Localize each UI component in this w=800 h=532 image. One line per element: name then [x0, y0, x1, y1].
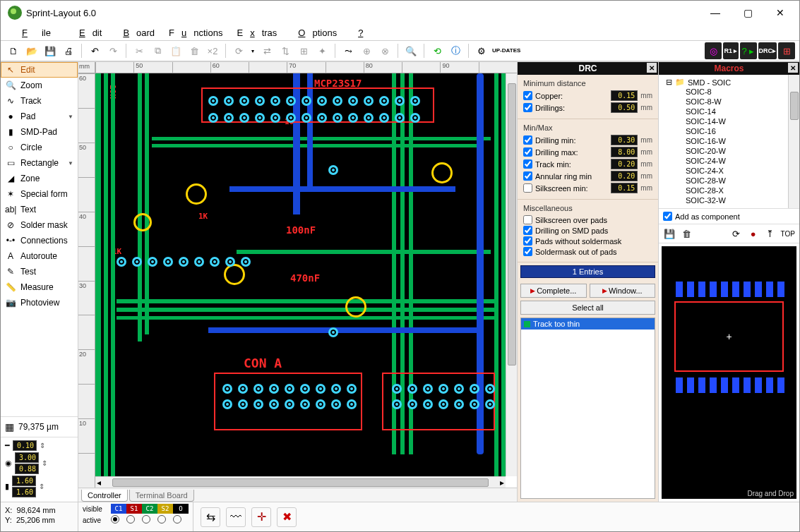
tree-scrollbar[interactable] — [788, 75, 799, 208]
tab-controller[interactable]: Controller — [81, 490, 128, 502]
layer-radio-c2[interactable] — [142, 515, 150, 524]
macro-tree[interactable]: ⊟📁SMD - SOIC SOIC-8SOIC-8-WSOIC-14SOIC-1… — [659, 75, 799, 208]
stepper-icon[interactable]: ⇕ — [40, 442, 45, 449]
components-button[interactable]: R1 ▸ — [723, 42, 738, 59]
drc-window-button[interactable]: Window... — [590, 284, 656, 298]
layer-swatch-c1[interactable]: C1 — [111, 504, 126, 514]
layer-swatch-c2[interactable]: C2 — [142, 504, 157, 514]
maximize-button[interactable]: ▢ — [732, 3, 764, 23]
info-button[interactable]: ⓘ — [447, 42, 464, 59]
tool-zone[interactable]: ◢Zone — [1, 171, 78, 186]
add-as-component-check[interactable] — [663, 212, 672, 221]
menu-board[interactable]: Board — [109, 26, 162, 40]
drc-drillings-value[interactable]: 0.50 — [611, 102, 638, 113]
macro-delete-button[interactable]: 🗑 — [680, 227, 693, 240]
dropdown-icon[interactable]: ▼ — [68, 160, 73, 167]
stepper-icon[interactable]: ⇕ — [39, 483, 44, 490]
drc-silkmin-value[interactable]: 0.15 — [611, 183, 638, 193]
menu-extras[interactable]: Extras — [229, 26, 284, 40]
macro-soic-24-x[interactable]: SOIC-24-X — [662, 166, 796, 176]
layer-swatch-s2[interactable]: S2 — [157, 504, 173, 514]
crosshair-button[interactable]: ✛ — [251, 507, 271, 527]
pcb-canvas[interactable]: MCP23S17 100nF 470nF CON A 1K 1K 10K 10K — [95, 73, 506, 476]
macro-rotate-button[interactable]: ⟳ — [730, 227, 743, 240]
macro-soic-14[interactable]: SOIC-14 — [662, 107, 796, 116]
tool-smd-pad[interactable]: ▮SMD-Pad — [1, 124, 78, 140]
drc-drillmax-check[interactable] — [523, 147, 532, 157]
macro-record-icon[interactable]: ● — [747, 227, 760, 240]
drc-drillings-check[interactable] — [523, 103, 532, 112]
track-width-value[interactable]: 0.10 — [13, 440, 37, 451]
macro-soic-16[interactable]: SOIC-16 — [662, 126, 796, 136]
drc-drill-smd-check[interactable] — [523, 226, 532, 235]
tool-special-form[interactable]: ✶Special form — [1, 186, 78, 202]
mirror-h-button[interactable]: ⇄ — [258, 42, 275, 59]
drc-annular-value[interactable]: 0.20 — [611, 171, 638, 181]
layer-radio-s1[interactable] — [126, 515, 135, 524]
open-file-button[interactable]: 📂 — [23, 42, 40, 59]
snap-button[interactable]: ✦ — [314, 42, 330, 59]
drc-error-list[interactable]: Track too thin — [520, 318, 655, 499]
tree-root-label[interactable]: SMD - SOIC — [688, 78, 731, 87]
drc-complete-button[interactable]: Complete... — [520, 284, 587, 298]
duplicate-button[interactable]: ×2 — [204, 42, 221, 59]
macro-soic-16-w[interactable]: SOIC-16-W — [662, 136, 796, 146]
delete-button[interactable]: 🗑 — [186, 42, 203, 59]
gear-icon[interactable]: ⚙ — [473, 42, 490, 59]
drc-trackmin-value[interactable]: 0.20 — [611, 159, 638, 169]
macro-soic-8[interactable]: SOIC-8 — [662, 87, 796, 97]
smd-h-value[interactable]: 1.60 — [12, 487, 36, 497]
print-button[interactable]: 🖨 — [60, 42, 77, 59]
drc-select-all-button[interactable]: Select all — [520, 301, 655, 315]
rotate-button[interactable]: ⟳ — [230, 42, 247, 59]
ground-plane-button[interactable]: 〰 — [226, 507, 246, 527]
macro-soic-28-w[interactable]: SOIC-28-W — [662, 176, 796, 186]
drc-close-button[interactable]: ✕ — [647, 63, 657, 73]
tool-circle[interactable]: ○Circle — [1, 140, 78, 155]
layer-radio-o[interactable] — [173, 515, 181, 524]
macro-soic-28-x[interactable]: SOIC-28-X — [662, 186, 796, 195]
drc-silkmin-check[interactable] — [523, 183, 532, 193]
tool-connections[interactable]: •-•Connections — [1, 233, 78, 248]
macros-toggle-button[interactable]: ⊞ — [778, 42, 795, 59]
cut-button[interactable]: ✂ — [131, 42, 148, 59]
tool-rectangle[interactable]: ▭Rectangle▼ — [1, 155, 78, 171]
smd-w-value[interactable]: 1.60 — [12, 476, 36, 486]
pad-outer-value[interactable]: 3.00 — [15, 452, 39, 463]
updates-button[interactable]: UP-DATES — [491, 42, 521, 59]
macro-soic-8-w[interactable]: SOIC-8-W — [662, 97, 796, 107]
copy-button[interactable]: ⧉ — [149, 42, 166, 59]
macros-close-button[interactable]: ✕ — [788, 63, 798, 73]
menu-edit[interactable]: Edit — [65, 26, 109, 40]
connections-button[interactable]: ⤳ — [340, 42, 357, 59]
drc-drillmin-check[interactable] — [523, 135, 532, 145]
drc-copper-value[interactable]: 0.15 — [611, 90, 638, 101]
drc-toggle-button[interactable]: DRC ▸ — [758, 42, 777, 59]
macro-soic-32-w[interactable]: SOIC-32-W — [662, 195, 796, 205]
vertical-scrollbar[interactable] — [506, 73, 517, 476]
paste-button[interactable]: 📋 — [167, 42, 184, 59]
close-button[interactable]: ✕ — [764, 3, 796, 23]
menu-functions[interactable]: Functions — [162, 26, 229, 40]
tool-solder-mask[interactable]: ⊘Solder mask — [1, 217, 78, 233]
drc-pads-wo-check[interactable] — [523, 236, 532, 246]
tool-edit[interactable]: ↖Edit — [1, 62, 78, 78]
test-tb-button[interactable]: ⊗ — [376, 42, 393, 59]
grid-icon[interactable]: ▦ — [5, 421, 14, 433]
menu-options[interactable]: Options — [284, 26, 344, 40]
drc-mask-out-check[interactable] — [523, 247, 532, 256]
minimize-button[interactable]: — — [699, 3, 732, 23]
save-file-button[interactable]: 💾 — [42, 42, 59, 59]
macro-save-button[interactable]: 💾 — [663, 227, 676, 240]
drc-error-item[interactable]: Track too thin — [521, 318, 655, 330]
undo-button[interactable]: ↶ — [86, 42, 103, 59]
drc-silk-over-check[interactable] — [523, 215, 532, 224]
drc-trackmin-check[interactable] — [523, 159, 532, 169]
autoroute-tb-button[interactable]: ⊕ — [358, 42, 375, 59]
redo-button[interactable]: ↷ — [105, 42, 121, 59]
selector-button[interactable]: ? ▸ — [740, 42, 757, 59]
layer-radio-c1[interactable] — [111, 515, 119, 524]
tool-track[interactable]: ∿Track — [1, 93, 78, 109]
macro-soic-20-w[interactable]: SOIC-20-W — [662, 146, 796, 156]
tab-terminal-board[interactable]: Terminal Board — [129, 490, 194, 502]
